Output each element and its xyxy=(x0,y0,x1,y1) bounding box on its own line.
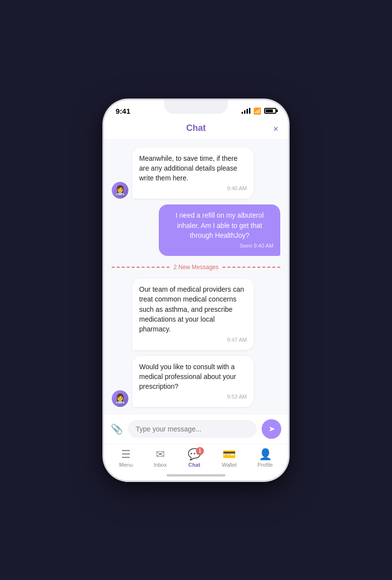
seen-text: Seen xyxy=(240,243,252,249)
profile-icon: 👤 xyxy=(259,449,272,460)
notch xyxy=(162,100,230,114)
close-button[interactable]: × xyxy=(273,124,278,134)
inbox-icon: ✉ xyxy=(156,449,165,460)
message-row: I need a refill on my albuterol inhaler.… xyxy=(112,204,280,256)
divider-line-right xyxy=(222,267,280,268)
send-button[interactable]: ➤ xyxy=(262,419,281,439)
send-icon: ➤ xyxy=(269,424,275,433)
phone-wrapper: 9:41 📶 Chat × xyxy=(103,99,289,481)
messages-area[interactable]: 👩‍⚕️ Meanwhile, to save time, if there a… xyxy=(104,140,288,414)
home-indicator-bar xyxy=(167,474,225,477)
message-time: Seen 9:40 AM xyxy=(166,242,273,250)
incoming-bubble: Would you like to consult with a medical… xyxy=(132,356,254,407)
outgoing-bubble: I need a refill on my albuterol inhaler.… xyxy=(159,204,280,256)
message-text: Our team of medical providers can treat … xyxy=(139,285,244,333)
divider-line-left xyxy=(112,267,170,268)
status-time: 9:41 xyxy=(116,107,130,115)
wifi-icon: 📶 xyxy=(253,107,261,115)
nav-label-chat: Chat xyxy=(188,462,200,468)
avatar: 👩‍⚕️ xyxy=(112,182,128,199)
menu-icon: ☰ xyxy=(121,449,131,460)
message-input[interactable] xyxy=(128,420,257,438)
message-time: 9:53 AM xyxy=(139,393,247,401)
nav-label-menu: Menu xyxy=(119,462,133,468)
home-indicator xyxy=(104,471,288,480)
message-row: 👩‍⚕️ Would you like to consult with a me… xyxy=(112,356,280,407)
incoming-bubble: Our team of medical providers can treat … xyxy=(132,278,254,350)
wallet-icon: 💳 xyxy=(222,449,236,460)
attach-icon[interactable]: 📎 xyxy=(111,423,123,435)
message-time: 9:40 AM xyxy=(139,185,247,193)
nav-item-wallet[interactable]: 💳 Wallet xyxy=(222,449,237,468)
nav-item-profile[interactable]: 👤 Profile xyxy=(257,449,272,468)
nav-item-inbox[interactable]: ✉ Inbox xyxy=(153,449,167,468)
battery-icon xyxy=(264,108,276,114)
message-row: Our team of medical providers can treat … xyxy=(112,278,280,350)
chat-header: Chat × xyxy=(104,119,288,140)
divider-text: 2 New Messages xyxy=(173,264,219,271)
new-messages-divider: 2 New Messages xyxy=(112,262,280,273)
nav-item-menu[interactable]: ☰ Menu xyxy=(119,449,133,468)
incoming-bubble: Meanwhile, to save time, if there are an… xyxy=(132,148,254,199)
nav-label-inbox: Inbox xyxy=(153,462,167,468)
bottom-nav: ☰ Menu ✉ Inbox 💬 1 Chat 💳 Wallet xyxy=(104,444,288,471)
message-time: 9:47 AM xyxy=(139,336,247,344)
message-text: Would you like to consult with a medical… xyxy=(139,363,236,391)
screen: 9:41 📶 Chat × xyxy=(104,100,288,480)
nav-label-profile: Profile xyxy=(257,462,272,468)
nav-label-wallet: Wallet xyxy=(222,462,237,468)
message-text: I need a refill on my albuterol inhaler.… xyxy=(175,211,264,239)
chat-title: Chat xyxy=(186,123,206,133)
input-area: 📎 ➤ xyxy=(104,414,288,444)
signal-icon xyxy=(242,108,250,114)
avatar: 👩‍⚕️ xyxy=(112,390,128,407)
chat-icon: 💬 1 xyxy=(188,449,201,460)
status-icons: 📶 xyxy=(242,107,276,115)
chat-badge: 1 xyxy=(196,447,204,455)
message-text: Meanwhile, to save time, if there are an… xyxy=(139,154,238,182)
nav-item-chat[interactable]: 💬 1 Chat xyxy=(188,449,201,468)
message-row: 👩‍⚕️ Meanwhile, to save time, if there a… xyxy=(112,148,280,199)
phone-shell: 9:41 📶 Chat × xyxy=(103,99,289,481)
